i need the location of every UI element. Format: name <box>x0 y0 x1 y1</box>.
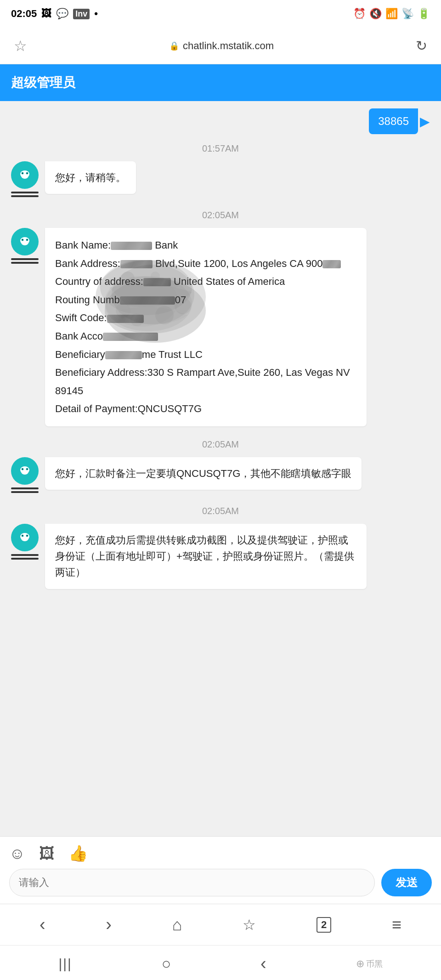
avatar-icon-1 <box>11 161 39 189</box>
home-button[interactable]: ⌂ <box>172 915 182 935</box>
message-input[interactable] <box>9 869 375 896</box>
timestamp-2: 02:05AM <box>0 201 441 224</box>
app-header: 超级管理员 <box>0 64 441 101</box>
refresh-icon[interactable]: ↻ <box>416 38 427 54</box>
timestamp-1: 01:57AM <box>0 134 441 158</box>
timestamp-3: 02:05AM <box>0 430 441 453</box>
input-area: ☺ 🖼 👍 发送 <box>0 836 441 904</box>
message-bubble-4: 您好，充值成功后需提供转账成功截图，以及提供驾驶证，护照或身份证（上面有地址即可… <box>45 524 367 589</box>
message-row-4: 您好，充值成功后需提供转账成功截图，以及提供驾驶证，护照或身份证（上面有地址即可… <box>0 520 441 593</box>
avatar-1 <box>11 161 39 197</box>
outgoing-arrow: ▶ <box>420 114 430 129</box>
url-text: chatlink.mstatik.com <box>183 40 274 52</box>
avatar-icon-2 <box>11 228 39 255</box>
status-bar-left: 02:05 🖼 💬 Inv • <box>11 8 98 20</box>
timestamp-4: 02:05AM <box>0 497 441 520</box>
like-icon[interactable]: 👍 <box>68 844 88 862</box>
back-button[interactable]: ‹ <box>40 915 45 935</box>
emoji-icon[interactable]: ☺ <box>9 844 25 862</box>
svg-point-39 <box>22 535 23 536</box>
url-bar[interactable]: 🔒 chatlink.mstatik.com <box>169 40 274 52</box>
bank-info-bubble: Bank Name: Bank Bank Address: Blvd,Suite… <box>45 228 367 426</box>
dot-icon: • <box>94 8 98 20</box>
alarm-icon: ⏰ <box>353 8 366 20</box>
browser-bar: ☆ 🔒 chatlink.mstatik.com ↻ <box>0 28 441 64</box>
menu-button[interactable]: ≡ <box>392 915 401 935</box>
status-bar: 02:05 🖼 💬 Inv • ⏰ 🔇 📶 📡 🔋 <box>0 0 441 28</box>
svg-point-32 <box>22 469 23 470</box>
mute-icon: 🔇 <box>369 8 382 20</box>
tabs-button[interactable]: 2 <box>317 917 331 933</box>
svg-point-12 <box>22 239 23 240</box>
tabs-count: 2 <box>317 917 331 933</box>
signal-icon: 📡 <box>401 8 414 20</box>
nav-back-icon: ‹ <box>260 954 266 974</box>
svg-point-33 <box>27 469 28 470</box>
wifi-icon: 📶 <box>385 8 398 20</box>
outgoing-id: 38865 <box>378 115 409 127</box>
svg-point-5 <box>22 173 23 174</box>
avatar-lines-3 <box>11 487 39 493</box>
avatar-icon-4 <box>11 524 39 551</box>
lock-icon: 🔒 <box>169 41 179 51</box>
bars-icon: ||| <box>58 956 72 972</box>
avatar-icon-3 <box>11 457 39 485</box>
nav-bar: ‹ › ⌂ ☆ 2 ≡ <box>0 904 441 945</box>
avatar-lines-4 <box>11 554 39 560</box>
bookmark-icon[interactable]: ☆ <box>14 37 27 55</box>
message-bubble-3: 您好，汇款时备注一定要填QNCUSQT7G，其他不能瞎填敏感字眼 <box>45 457 362 490</box>
avatar-lines-2 <box>11 258 39 264</box>
bank-info-content: Bank Name: Bank Bank Address: Blvd,Suite… <box>55 236 356 418</box>
watermark: ⊕ 币黑 <box>356 958 383 970</box>
svg-point-13 <box>27 239 28 240</box>
message-row-3: 您好，汇款时备注一定要填QNCUSQT7G，其他不能瞎填敏感字眼 <box>0 453 441 497</box>
status-bar-right: ⏰ 🔇 📶 📡 🔋 <box>353 8 430 20</box>
status-time: 02:05 <box>11 8 37 20</box>
send-button[interactable]: 发送 <box>381 869 432 896</box>
outgoing-message: 38865 ▶ <box>0 101 441 134</box>
whatsapp-icon: 💬 <box>56 8 68 20</box>
bookmark-button[interactable]: ☆ <box>243 916 256 934</box>
battery-icon: 🔋 <box>418 8 430 20</box>
home-indicator-bar: ||| ○ ‹ ⊕ 币黑 <box>0 945 441 980</box>
input-row: 发送 <box>9 869 432 896</box>
avatar-2 <box>11 228 39 264</box>
message-row-1: 您好，请稍等。 <box>0 158 441 201</box>
message-row-2: Bank Name: Bank Bank Address: Blvd,Suite… <box>0 224 441 430</box>
circle-icon: ○ <box>162 955 171 973</box>
avatar-lines-1 <box>11 192 39 197</box>
photo-icon: 🖼 <box>41 8 51 20</box>
svg-point-40 <box>27 535 28 536</box>
chat-container: 38865 ▶ 01:57AM <box>0 101 441 836</box>
image-icon[interactable]: 🖼 <box>39 844 55 862</box>
avatar-3 <box>11 457 39 493</box>
svg-point-6 <box>27 173 28 174</box>
inv-icon: Inv <box>73 9 90 19</box>
input-toolbar: ☺ 🖼 👍 <box>9 844 432 862</box>
avatar-4 <box>11 524 39 560</box>
forward-button[interactable]: › <box>106 915 112 935</box>
message-bubble-1: 您好，请稍等。 <box>45 161 136 194</box>
admin-title: 超级管理员 <box>11 74 75 91</box>
outgoing-bubble: 38865 <box>369 108 418 134</box>
